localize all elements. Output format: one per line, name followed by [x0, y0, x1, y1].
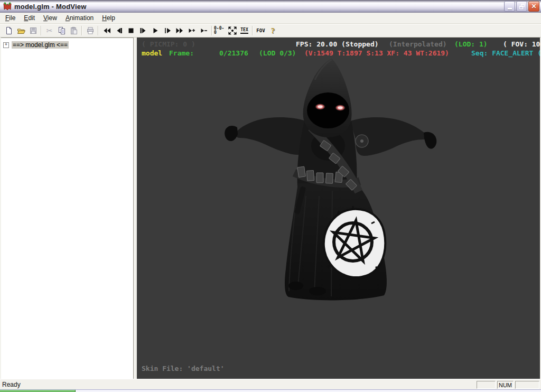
toolbar-separator [81, 26, 82, 35]
frame-label: Frame: [169, 49, 194, 57]
texture-icon: TEX [240, 28, 248, 34]
status-panel-scrl [515, 381, 539, 389]
restore-icon [519, 4, 525, 9]
print-button[interactable] [84, 25, 96, 36]
save-button[interactable] [27, 25, 39, 36]
fps-status: FPS: 20.00 (Stopped) [296, 40, 379, 48]
toolbar-separator [211, 26, 212, 35]
texture-toggle-button[interactable]: TEX [238, 25, 250, 36]
copy-button[interactable] [55, 25, 68, 36]
minimize-icon [508, 8, 512, 10]
step-forward-button[interactable] [137, 25, 149, 36]
sequence-status: Seq: FACE_ALERT ( [471, 49, 540, 57]
model-tree-panel: + ==> model.glm <== [1, 38, 134, 379]
frame-value: 0/21376 [219, 49, 248, 57]
status-message: Ready [2, 381, 21, 388]
print-icon [86, 26, 95, 35]
fov-icon: FOV [256, 29, 265, 33]
statusbar: Ready NUM [0, 379, 541, 389]
tree-item-label[interactable]: ==> model.glm <== [12, 41, 69, 49]
lod-status: (LOD: 1) [454, 40, 488, 48]
help-question-icon: ? [271, 26, 275, 35]
step-forward-icon [139, 26, 147, 35]
window-title: model.glm - ModView [14, 3, 86, 11]
stop-icon [127, 26, 135, 35]
modview-window: model.glm - ModView ✕ File Edit View Ani… [0, 0, 541, 392]
new-file-button[interactable] [3, 25, 15, 36]
status-panel-num: NUM [497, 381, 514, 389]
step-back-icon [115, 26, 123, 35]
save-floppy-icon [29, 26, 38, 35]
play-from-frame-icon [163, 26, 172, 35]
frame-decrement-icon [200, 26, 208, 35]
frame-decrement-button[interactable] [198, 25, 210, 36]
rewind-icon [102, 26, 111, 35]
fov-button[interactable]: FOV [255, 25, 267, 36]
interpolate-icon: 0-0-0 [214, 26, 226, 35]
taskbar-edge [0, 389, 541, 392]
minimize-button[interactable] [504, 1, 515, 12]
geometry-stats: (V:1549 T:1897 S:13 XF: 43 WT:2619) [304, 49, 449, 57]
frame-increment-icon [188, 26, 196, 35]
rewind-button[interactable] [100, 25, 113, 36]
play-icon [151, 26, 160, 35]
toolbar-separator [252, 26, 253, 35]
menu-view[interactable]: View [39, 13, 61, 23]
model-viewport[interactable]: ( PICMIP: 0 ) FPS: 20.00 (Stopped) (Inte… [137, 38, 540, 379]
close-icon: ✕ [531, 3, 536, 10]
menu-edit[interactable]: Edit [20, 13, 39, 23]
play-from-frame-button[interactable] [161, 25, 173, 36]
copy-icon [58, 26, 66, 35]
play-button[interactable] [149, 25, 161, 36]
interpolated-status: (Interpolated) [389, 40, 447, 48]
restore-button[interactable] [516, 1, 527, 12]
toolbar-separator [98, 26, 99, 35]
new-document-icon [5, 26, 13, 35]
paste-button[interactable] [68, 25, 80, 36]
frame-increment-button[interactable] [185, 25, 198, 36]
menu-file[interactable]: File [1, 13, 20, 23]
menu-help[interactable]: Help [98, 13, 119, 23]
start-button-edge[interactable] [0, 390, 76, 392]
fit-view-icon [228, 26, 237, 35]
paste-clipboard-icon [70, 26, 78, 35]
tree-item-model-glm[interactable]: + ==> model.glm <== [3, 41, 133, 49]
help-button[interactable]: ? [267, 25, 279, 36]
tree-expander-icon[interactable]: + [3, 42, 9, 48]
titlebar[interactable]: model.glm - ModView ✕ [0, 0, 541, 13]
status-panel-caps [477, 381, 496, 389]
reset-view-button[interactable] [226, 25, 238, 36]
stop-button[interactable] [125, 25, 137, 36]
cut-button[interactable]: ✂ [43, 25, 55, 36]
toolbar-separator [41, 26, 42, 35]
interpolate-button[interactable]: 0-0-0 [214, 25, 226, 36]
toolbar: ✂ [0, 24, 541, 38]
model-render [137, 38, 540, 379]
menubar: File Edit View Animation Help [0, 13, 541, 24]
model-name-label: model [142, 49, 162, 57]
picmip-status: ( PICMIP: 0 ) [142, 40, 195, 48]
open-folder-icon [17, 26, 25, 35]
fast-forward-icon [175, 26, 184, 35]
content-area: + ==> model.glm <== [0, 38, 541, 379]
fov-status: ( FOV: 10 [503, 40, 540, 48]
step-back-button[interactable] [113, 25, 125, 36]
lod-frames: (LOD 0/3) [259, 49, 296, 57]
app-icon [3, 2, 12, 11]
menu-animation[interactable]: Animation [61, 13, 98, 23]
skin-file-label: Skin File: 'default' [142, 365, 225, 372]
cut-scissors-icon: ✂ [46, 26, 53, 35]
open-file-button[interactable] [15, 25, 27, 36]
fast-forward-button[interactable] [173, 25, 185, 36]
close-button[interactable]: ✕ [528, 1, 539, 12]
